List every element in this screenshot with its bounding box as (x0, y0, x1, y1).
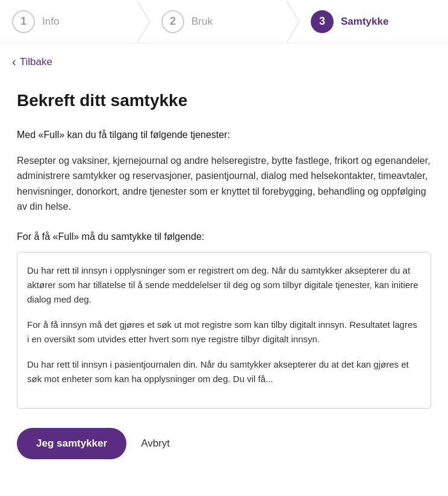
cancel-button[interactable]: Avbryt (141, 438, 170, 450)
stepper: 1 Info 2 Bruk 3 Samtykke (0, 0, 448, 43)
description-text: Resepter og vaksiner, kjernejournal og a… (17, 153, 431, 215)
back-button-label: Tilbake (20, 56, 52, 68)
back-button[interactable]: ‹ Tilbake (0, 43, 52, 78)
scroll-paragraph-1: Du har rett til innsyn i opplysninger so… (27, 263, 421, 307)
step-1-number: 1 (20, 15, 26, 28)
step-2-number: 2 (170, 15, 176, 28)
step-2-label: Bruk (191, 16, 213, 28)
section-heading: For å få «Full» må du samtykke til følge… (17, 231, 431, 242)
main-content: Bekreft ditt samtykke Med «Full» kan du … (0, 78, 448, 409)
step-3-number: 3 (319, 15, 325, 28)
step-2-circle: 2 (161, 10, 184, 33)
page-title: Bekreft ditt samtykke (17, 90, 431, 111)
button-row: Jeg samtykker Avbryt (0, 428, 448, 483)
step-3-label: Samtykke (341, 16, 388, 28)
consent-button[interactable]: Jeg samtykker (17, 428, 126, 459)
step-1-circle: 1 (12, 10, 35, 33)
intro-text: Med «Full» kan du få tilgang til følgend… (17, 128, 431, 142)
step-3-circle: 3 (311, 10, 334, 33)
scroll-paragraph-2: For å få innsyn må det gjøres et søk ut … (27, 318, 421, 347)
step-1-label: Info (42, 16, 59, 28)
scroll-paragraph-3: Du har rett til innsyn i pasientjournale… (27, 357, 421, 386)
back-chevron-icon: ‹ (12, 55, 16, 69)
consent-scroll-box[interactable]: Du har rett til innsyn i opplysninger so… (17, 252, 431, 409)
step-1: 1 Info (0, 0, 149, 43)
step-2: 2 Bruk (149, 0, 299, 43)
step-3: 3 Samtykke (299, 0, 448, 43)
